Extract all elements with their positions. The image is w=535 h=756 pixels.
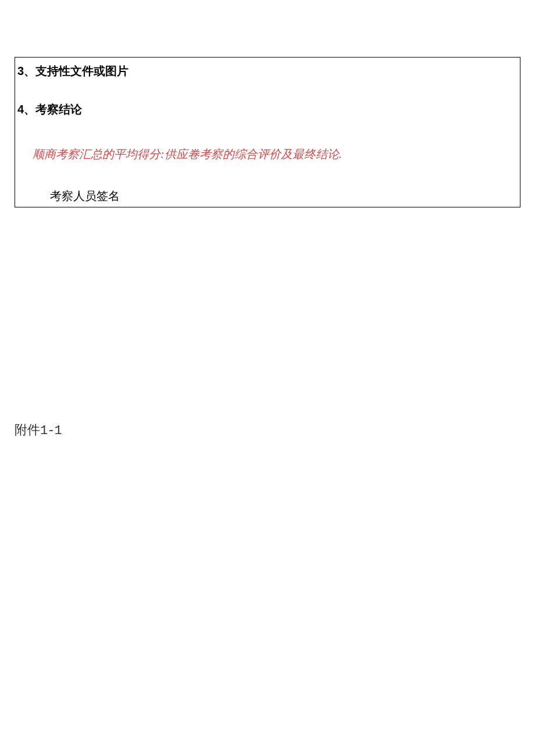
attachment-prefix: 附件 xyxy=(15,422,40,437)
form-box: 3、支持性文件或图片 4、考察结论 顺商考察汇总的平均得分:供应卷考察的综合评价… xyxy=(15,57,520,207)
section-3-heading: 3、支持性文件或图片 xyxy=(15,58,520,84)
section-4-title: 考察结论 xyxy=(35,103,82,116)
spacer xyxy=(15,84,520,96)
attachment-number: 1-1 xyxy=(40,424,62,438)
section-3-separator: 、 xyxy=(24,65,35,77)
conclusion-note: 顺商考察汇总的平均得分:供应卷考察的综合评价及最终结论. xyxy=(15,140,520,168)
attachment-label: 附件1-1 xyxy=(15,421,62,439)
section-4-heading: 4、考察结论 xyxy=(15,96,520,123)
signature-label: 考察人员签名 xyxy=(15,182,520,207)
section-4-separator: 、 xyxy=(24,103,35,116)
section-3-number: 3 xyxy=(17,65,24,77)
section-3-title: 支持性文件或图片 xyxy=(35,65,129,77)
section-4-number: 4 xyxy=(17,103,24,116)
